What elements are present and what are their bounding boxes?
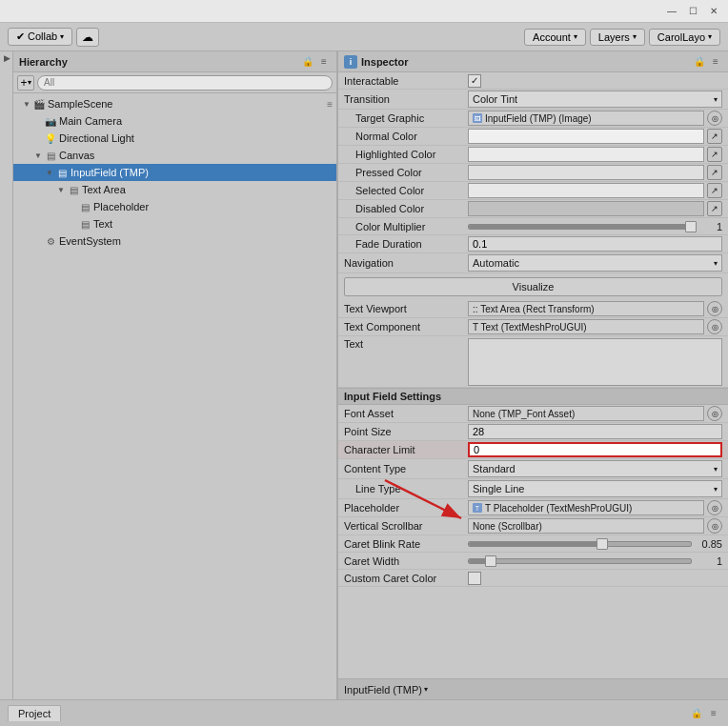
- visualize-row: Visualize: [338, 273, 728, 300]
- interactable-checkbox[interactable]: ✓: [468, 74, 481, 88]
- character-limit-input[interactable]: [468, 442, 722, 457]
- canvas-arrow: ▼: [32, 150, 44, 161]
- user-button[interactable]: CarolLayo ▾: [649, 29, 720, 46]
- color-multiplier-thumb[interactable]: [685, 221, 697, 232]
- tree-item-main-camera[interactable]: 📷 Main Camera: [13, 112, 336, 130]
- tree-item-directional-light[interactable]: 💡 Directional Light: [13, 130, 336, 147]
- caret-width-value: 1: [468, 555, 722, 567]
- character-limit-value: [468, 442, 722, 457]
- eventsystem-arrow-placeholder: [32, 235, 44, 247]
- dir-light-label: Directional Light: [59, 132, 134, 144]
- collab-label: ✔ Collab: [16, 30, 57, 43]
- font-asset-select-btn[interactable]: ◎: [707, 406, 722, 421]
- maximize-button[interactable]: ☐: [686, 5, 699, 18]
- transition-value: Color Tint ▾: [468, 91, 722, 108]
- tree-item-canvas[interactable]: ▼ ▤ Canvas: [13, 147, 336, 164]
- color-multiplier-fill: [469, 225, 691, 229]
- cloud-button[interactable]: ☁: [76, 28, 99, 47]
- hierarchy-menu-icon[interactable]: ≡: [317, 55, 331, 69]
- font-asset-row: Font Asset None (TMP_Font Asset) ◎: [338, 405, 728, 423]
- title-bar: — ☐ ✕: [0, 0, 728, 23]
- close-button[interactable]: ✕: [707, 5, 720, 18]
- pressed-color-field[interactable]: [468, 165, 704, 180]
- custom-caret-color-checkbox[interactable]: [468, 572, 481, 585]
- project-tab[interactable]: Project: [8, 705, 61, 721]
- navigation-dropdown[interactable]: Automatic ▾: [468, 254, 722, 272]
- minimize-button[interactable]: —: [665, 5, 678, 18]
- pressed-color-picker-btn[interactable]: ↗: [707, 165, 722, 180]
- fade-duration-input[interactable]: [468, 236, 722, 252]
- tree-item-text[interactable]: ▤ Text: [13, 215, 336, 232]
- color-multiplier-value: 1: [468, 221, 722, 232]
- highlighted-color-field[interactable]: [468, 147, 704, 162]
- color-multiplier-row: Color Multiplier 1: [338, 218, 728, 235]
- font-asset-label: Font Asset: [344, 408, 468, 419]
- caret-width-slider[interactable]: 1: [468, 555, 722, 567]
- normal-color-label: Normal Color: [344, 131, 468, 142]
- point-size-input[interactable]: [468, 424, 722, 439]
- target-graphic-select-btn[interactable]: ◎: [707, 111, 722, 126]
- tree-item-eventsystem[interactable]: ⚙ EventSystem: [13, 232, 336, 250]
- collab-button[interactable]: ✔ Collab ▾: [8, 28, 72, 46]
- text-textarea[interactable]: [468, 338, 722, 386]
- normal-color-picker-btn[interactable]: ↗: [707, 129, 722, 144]
- user-label: CarolLayo: [657, 31, 705, 43]
- transition-dropdown[interactable]: Color Tint ▾: [468, 91, 722, 108]
- selected-color-picker-btn[interactable]: ↗: [707, 183, 722, 198]
- caret-width-thumb[interactable]: [485, 555, 496, 567]
- disabled-color-picker-btn[interactable]: ↗: [707, 201, 722, 216]
- tree-item-samplescene[interactable]: ▼ 🎬 SampleScene ≡: [13, 95, 336, 112]
- normal-color-row: Normal Color ↗: [338, 128, 728, 146]
- caret-blink-rate-slider[interactable]: 0.85: [468, 538, 722, 550]
- line-type-label: Line Type: [344, 483, 468, 494]
- main-camera-arrow-placeholder: [32, 115, 44, 127]
- layers-button[interactable]: Layers ▾: [590, 29, 645, 46]
- tree-item-textarea[interactable]: ▼ ▤ Text Area: [13, 181, 336, 198]
- navigation-arrow: ▾: [714, 259, 718, 268]
- samplescene-opts[interactable]: ≡: [327, 99, 333, 110]
- tree-item-inputfield[interactable]: ▼ ▤ InputField (TMP): [13, 164, 336, 181]
- normal-color-field[interactable]: [468, 129, 704, 144]
- text-viewport-value: :: Text Area (Rect Transform) ◎: [468, 301, 722, 316]
- font-asset-value: None (TMP_Font Asset) ◎: [468, 406, 722, 421]
- tree-item-placeholder[interactable]: ▤ Placeholder: [13, 198, 336, 215]
- eventsystem-icon: ⚙: [44, 234, 57, 248]
- text-viewport-select-btn[interactable]: ◎: [707, 301, 722, 316]
- samplescene-label: SampleScene: [48, 98, 113, 110]
- status-menu-icon[interactable]: ≡: [707, 707, 720, 720]
- hierarchy-search-input[interactable]: [37, 75, 333, 91]
- highlighted-color-picker-btn[interactable]: ↗: [707, 147, 722, 162]
- vertical-scrollbar-select-btn[interactable]: ◎: [707, 518, 722, 534]
- caret-blink-rate-row: Caret Blink Rate 0.85: [338, 535, 728, 553]
- placeholder-row: Placeholder T T Placeholder (TextMeshPro…: [338, 499, 728, 517]
- textarea-arrow: ▼: [55, 184, 67, 195]
- line-type-dropdown[interactable]: Single Line ▾: [468, 480, 722, 497]
- inspector-header: i Inspector 🔒 ≡: [338, 51, 728, 72]
- placeholder-prop-label: Placeholder: [344, 502, 468, 514]
- hierarchy-add-button[interactable]: + ▾: [17, 75, 34, 91]
- content-type-dropdown[interactable]: Standard ▾: [468, 460, 722, 477]
- vertical-scrollbar-field: None (Scrollbar): [468, 518, 704, 534]
- fade-duration-label: Fade Duration: [344, 238, 468, 250]
- text-arrow-placeholder: [67, 218, 78, 230]
- text-component-label: Text Component: [344, 321, 468, 333]
- left-tab-top[interactable]: ▶: [0, 51, 13, 65]
- text-component-select-btn[interactable]: ◎: [707, 319, 722, 334]
- layers-arrow: ▾: [633, 32, 637, 41]
- caret-blink-rate-thumb[interactable]: [597, 538, 608, 550]
- caret-width-label: Caret Width: [344, 555, 468, 567]
- account-button[interactable]: Account ▾: [524, 29, 586, 46]
- dir-light-icon: 💡: [44, 131, 57, 145]
- custom-caret-color-value: [468, 572, 722, 585]
- inspector-menu-icon[interactable]: ≡: [709, 55, 722, 69]
- selected-color-value: ↗: [468, 183, 722, 198]
- hierarchy-lock-icon[interactable]: 🔒: [301, 55, 314, 69]
- placeholder-select-btn[interactable]: ◎: [707, 500, 722, 515]
- visualize-button[interactable]: Visualize: [344, 277, 722, 296]
- inspector-lock-icon[interactable]: 🔒: [693, 55, 706, 69]
- status-lock-icon[interactable]: 🔒: [690, 707, 703, 720]
- selected-color-field[interactable]: [468, 183, 704, 198]
- status-right: 🔒 ≡: [690, 707, 720, 720]
- disabled-color-field[interactable]: [468, 201, 704, 216]
- color-multiplier-slider[interactable]: 1: [468, 221, 722, 232]
